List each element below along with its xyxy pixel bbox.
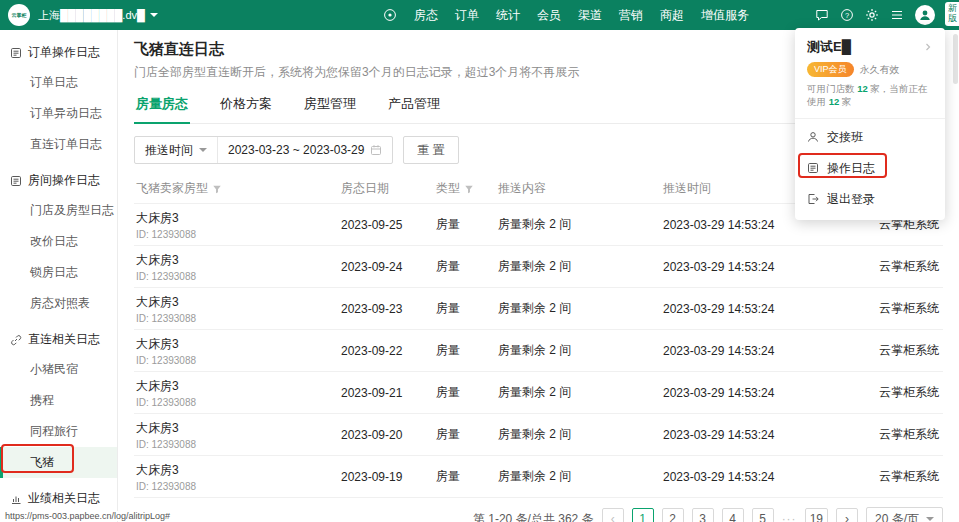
- nav-item-room-status[interactable]: 房态: [414, 7, 438, 24]
- sidebar-item-ctrip[interactable]: 携程: [0, 385, 117, 416]
- sidebar-section-title[interactable]: 直连相关日志: [0, 323, 117, 354]
- prev-page-button[interactable]: ‹: [602, 508, 624, 522]
- pagination: 第 1-20 条/总共 362 条 ‹ 1 2 3 4 5 ··· 19 › 2…: [134, 507, 943, 522]
- push-time: 2023-03-29 14:53:24: [663, 470, 848, 484]
- table-row[interactable]: 大床房3ID: 12393088 2023-09-19 房量 房量剩余 2 间 …: [134, 456, 943, 498]
- pagination-summary: 第 1-20 条/总共 362 条: [473, 511, 594, 522]
- sidebar-item-fliggy[interactable]: 飞猪: [0, 447, 117, 478]
- push-type: 房量: [436, 216, 498, 233]
- sidebar: 订单操作日志 订单日志 订单异动日志 直连订单日志 房间操作日志 门店及房型日志…: [0, 30, 118, 522]
- column-type: 类型: [436, 180, 460, 197]
- active-store-count: 12: [829, 96, 840, 107]
- page-button-last[interactable]: 19: [805, 508, 828, 522]
- sidebar-item-room-status-table[interactable]: 房态对照表: [0, 288, 117, 319]
- account-row[interactable]: 测试E█: [795, 36, 945, 58]
- pagination-ellipsis[interactable]: ···: [782, 512, 797, 522]
- chevron-down-icon: [199, 148, 207, 152]
- tab-product-management[interactable]: 产品管理: [386, 91, 442, 123]
- available-store-count: 12: [857, 83, 868, 94]
- table-row[interactable]: 大床房3ID: 12393088 2023-09-22 房量 房量剩余 2 间 …: [134, 330, 943, 372]
- sidebar-item-order-log[interactable]: 订单日志: [0, 67, 117, 98]
- menu-item-shift-handover[interactable]: 交接班: [795, 122, 945, 153]
- sidebar-section-title[interactable]: 业绩相关日志: [0, 482, 117, 513]
- sidebar-item-tongcheng[interactable]: 同程旅行: [0, 416, 117, 447]
- table-row[interactable]: 大床房3ID: 12393088 2023-09-21 房量 房量剩余 2 间 …: [134, 372, 943, 414]
- hotel-selector[interactable]: 上海████████.dv█: [38, 8, 158, 23]
- push-content: 房量剩余 2 间: [498, 426, 663, 443]
- clipboard-icon: [10, 175, 22, 187]
- tab-roomtype-management[interactable]: 房型管理: [302, 91, 358, 123]
- reset-button[interactable]: 重 置: [403, 136, 458, 164]
- push-type: 房量: [436, 426, 498, 443]
- store-info-text: 可用门店数: [807, 83, 857, 94]
- page-button-5[interactable]: 5: [752, 508, 774, 522]
- tab-price-plan[interactable]: 价格方案: [218, 91, 274, 123]
- section-label: 订单操作日志: [28, 44, 100, 61]
- room-id: ID: 12393088: [136, 439, 341, 450]
- menu-icon[interactable]: [890, 8, 904, 22]
- filter-field-label: 推送时间: [145, 142, 193, 159]
- column-room: 飞猪卖家房型: [136, 180, 208, 197]
- push-content: 房量剩余 2 间: [498, 384, 663, 401]
- nav-item-mall[interactable]: 商超: [660, 7, 684, 24]
- push-time: 2023-03-29 14:53:24: [663, 260, 848, 274]
- document-icon: [807, 162, 819, 174]
- nav-item-channels[interactable]: 渠道: [578, 7, 602, 24]
- chevron-down-icon: [926, 517, 934, 521]
- vertical-scrollbar[interactable]: [953, 34, 958, 84]
- tab-room-inventory-status[interactable]: 房量房态: [134, 91, 190, 124]
- push-operator: 云掌柜系统: [848, 426, 941, 443]
- date-range-picker[interactable]: 2023-03-23 ~ 2023-03-29: [217, 137, 392, 163]
- page-size-value: 20 条/页: [875, 511, 919, 522]
- sidebar-item-lock-room-log[interactable]: 锁房日志: [0, 257, 117, 288]
- nav-item-orders[interactable]: 订单: [455, 7, 479, 24]
- next-page-button[interactable]: ›: [836, 508, 858, 522]
- sidebar-item-price-change-log[interactable]: 改价日志: [0, 226, 117, 257]
- page-button-4[interactable]: 4: [722, 508, 744, 522]
- page-button-3[interactable]: 3: [692, 508, 714, 522]
- sidebar-section-title[interactable]: 房间操作日志: [0, 164, 117, 195]
- sidebar-item-direct-order-log[interactable]: 直连订单日志: [0, 129, 117, 160]
- settings-gear-icon[interactable]: [865, 8, 879, 22]
- section-label: 直连相关日志: [28, 331, 100, 348]
- app-logo[interactable]: 云掌柜: [8, 4, 30, 26]
- table-row[interactable]: 大床房3ID: 12393088 2023-09-24 房量 房量剩余 2 间 …: [134, 246, 943, 288]
- new-version-badge[interactable]: 新版: [945, 2, 959, 26]
- user-avatar[interactable]: [915, 5, 935, 25]
- menu-item-label: 交接班: [827, 129, 863, 146]
- message-icon[interactable]: [815, 8, 829, 22]
- room-name: 大床房3: [136, 462, 341, 479]
- sidebar-item-store-roomtype-log[interactable]: 门店及房型日志: [0, 195, 117, 226]
- nav-item-members[interactable]: 会员: [537, 7, 561, 24]
- filter-funnel-icon[interactable]: [464, 184, 474, 194]
- room-id: ID: 12393088: [136, 481, 341, 492]
- table-row[interactable]: 大床房3ID: 12393088 2023-09-23 房量 房量剩余 2 间 …: [134, 288, 943, 330]
- store-info-text: 家: [839, 96, 851, 107]
- filter-funnel-icon[interactable]: [212, 184, 222, 194]
- nav-item-statistics[interactable]: 统计: [496, 7, 520, 24]
- room-id: ID: 12393088: [136, 355, 341, 366]
- help-icon[interactable]: ?: [840, 8, 854, 22]
- push-operator: 云掌柜系统: [848, 258, 941, 275]
- menu-divider: [795, 118, 945, 119]
- menu-item-operation-log[interactable]: 操作日志: [795, 153, 945, 184]
- logout-icon: [807, 193, 819, 205]
- user-dropdown-menu: 测试E█ VIP会员 永久有效 可用门店数 12 家，当前正在使用 12 家 交…: [795, 28, 945, 220]
- filter-field-select[interactable]: 推送时间: [135, 137, 217, 163]
- sidebar-section-title[interactable]: 订单操作日志: [0, 36, 117, 67]
- nav-item-marketing[interactable]: 营销: [619, 7, 643, 24]
- push-time: 2023-03-29 14:53:24: [663, 218, 848, 232]
- page-button-1[interactable]: 1: [632, 508, 654, 522]
- nav-item-value-added-services[interactable]: 增值服务: [701, 7, 749, 24]
- chevron-right-icon: [923, 42, 933, 52]
- push-time-filter: 推送时间 2023-03-23 ~ 2023-03-29: [134, 136, 393, 164]
- table-row[interactable]: 大床房3ID: 12393088 2023-09-20 房量 房量剩余 2 间 …: [134, 414, 943, 456]
- sidebar-item-xiaozhu[interactable]: 小猪民宿: [0, 354, 117, 385]
- hotel-name: 上海████████.dv█: [38, 8, 145, 23]
- dashboard-icon[interactable]: [383, 8, 397, 22]
- menu-item-logout[interactable]: 退出登录: [795, 184, 945, 215]
- page-size-select[interactable]: 20 条/页: [866, 507, 943, 522]
- sidebar-item-order-change-log[interactable]: 订单异动日志: [0, 98, 117, 129]
- push-type: 房量: [436, 300, 498, 317]
- page-button-2[interactable]: 2: [662, 508, 684, 522]
